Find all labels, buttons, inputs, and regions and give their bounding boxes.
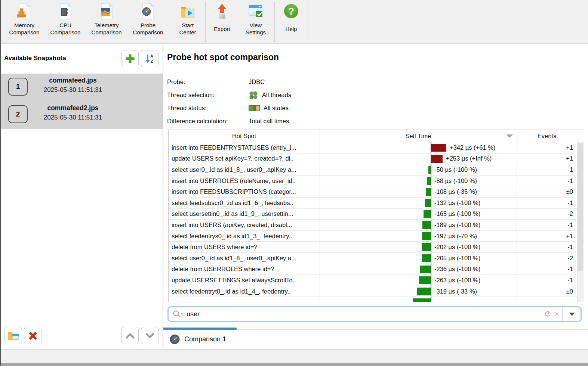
selftime-value: -165 µs (-100 %)	[434, 209, 480, 220]
remove-snapshot-button[interactable]	[24, 327, 41, 344]
search-input[interactable]	[184, 310, 542, 319]
wrap-search-icon[interactable]	[542, 310, 552, 319]
table-row[interactable]: insert into FEEDSUBSCRIPTIONS (categor..…	[169, 186, 584, 198]
scrollbar-thumb[interactable]	[578, 143, 583, 271]
events-cell: ±0	[517, 286, 577, 297]
snapshot-name: commafeed2.jps	[34, 104, 112, 112]
snapshot-item[interactable]: 2 commafeed2.jps 2025-05-30 11:51:31	[1, 101, 163, 129]
thread-status-icon	[249, 105, 260, 111]
open-folder-icon	[7, 330, 19, 341]
zero-axis	[431, 286, 431, 297]
column-header-hotspot[interactable]: Hot Spot	[169, 130, 320, 142]
move-down-button[interactable]	[141, 327, 158, 344]
cpu-comparison-button[interactable]: CPUComparison	[45, 0, 86, 43]
all-threads-icon	[249, 91, 258, 100]
selftime-bar	[428, 166, 431, 174]
snapshot-item[interactable]: 1 commafeed.jps 2025-05-30 11:51:31	[1, 74, 163, 101]
table-row[interactable]: select feedentryt0_.id as id1_4_, feeden…	[169, 286, 584, 297]
header-scroll-corner	[577, 130, 584, 142]
selftime-cell: -197 µs (-70 %)	[320, 231, 517, 242]
column-header-events[interactable]: Events	[517, 130, 577, 142]
selftime-cell: -189 µs (-100 %)	[320, 220, 517, 231]
events-cell: -1	[517, 164, 577, 176]
selftime-bar	[417, 288, 431, 295]
snapshot-date: 2025-05-30 11:51:31	[34, 86, 112, 94]
table-search-field: ×	[167, 306, 582, 322]
tab-bar-line	[237, 329, 588, 330]
start-center-button[interactable]: StartCenter	[171, 0, 204, 43]
selftime-bar	[422, 221, 431, 229]
table-scrollbar[interactable]	[577, 142, 584, 302]
selftime-bar	[413, 298, 431, 302]
telemetry-comparison-button[interactable]: TelemetryComparison	[86, 0, 127, 43]
table-row[interactable]: select user0_.id as id1_8_, user0_.apiKe…	[169, 253, 584, 264]
toolbar-separator	[205, 1, 206, 42]
selftime-value: -88 µs (-100 %)	[434, 176, 477, 186]
table-row-clipped[interactable]	[169, 297, 584, 302]
search-options-dropdown[interactable]	[566, 307, 578, 321]
table-row[interactable]: select feedsubscr0_.id as id1_6_, feedsu…	[169, 198, 584, 209]
column-header-selftime[interactable]: Self Time	[320, 130, 517, 142]
table-row[interactable]: update USERS set apiKey=?, created=?, di…	[169, 153, 584, 165]
toolbar-separator	[274, 1, 275, 42]
toolbar-button-label: TelemetryComparison	[92, 21, 122, 37]
hotspot-cell: update USERSETTINGS set alwaysScrollTo..	[169, 275, 320, 286]
events-cell: -2	[517, 209, 577, 220]
table-row[interactable]: select usersettin0_.id as id1_9_, userse…	[169, 209, 584, 220]
selftime-bar	[422, 243, 431, 251]
probe-comparison-button[interactable]: ProbeComparison	[127, 0, 169, 43]
table-header: Hot Spot Self Time Events	[169, 130, 584, 142]
selftime-cell: -263 µs (-100 %)	[320, 275, 517, 286]
status-bar	[1, 349, 588, 363]
hotspot-cell: update USERS set apiKey=?, created=?, di…	[169, 153, 320, 165]
help-button[interactable]: ? Help	[275, 0, 307, 43]
clear-search-icon[interactable]: ×	[555, 310, 559, 318]
page-title: Probe hot spot comparison	[167, 52, 279, 62]
zero-axis	[431, 164, 431, 175]
hotspot-cell: insert into FEEDSUBSCRIPTIONS (categor..…	[169, 186, 320, 198]
view-settings-button[interactable]: ViewSettings	[238, 0, 274, 43]
dropdown-arrow-icon	[569, 313, 575, 316]
open-snapshot-button[interactable]	[4, 327, 22, 344]
svg-text:A: A	[150, 54, 153, 58]
events-cell: -1	[517, 242, 577, 253]
add-snapshot-button[interactable]	[121, 50, 139, 67]
zero-axis	[431, 186, 431, 197]
tab-comparison-1[interactable]: Comparison 1	[163, 330, 226, 348]
table-row[interactable]: insert into USERROLES (roleName, user_id…	[169, 176, 584, 187]
snapshot-date: 2025-05-30 11:51:31	[34, 114, 112, 121]
search-icon	[172, 310, 184, 319]
sort-az-icon: A Z	[145, 53, 155, 64]
move-up-button[interactable]	[121, 327, 139, 344]
gauge-icon	[170, 334, 180, 344]
selftime-cell: +253 µs (+Inf %)	[320, 153, 517, 165]
selftime-cell: -88 µs (-100 %)	[320, 176, 517, 187]
memory-comparison-button[interactable]: MemoryComparison	[4, 0, 45, 43]
hotspot-cell: insert into USERS (apiKey, created, disa…	[169, 220, 320, 231]
toolbar: MemoryComparison CPUComparison	[1, 0, 588, 44]
svg-text:Z: Z	[150, 59, 153, 63]
toolbar-separator	[170, 1, 170, 42]
export-button[interactable]: Export	[206, 0, 238, 43]
table-row[interactable]: delete from USERS where id=? -202 µs (-1…	[169, 242, 584, 253]
selftime-bar	[424, 210, 431, 218]
selftime-value: +253 µs (+Inf %)	[446, 153, 492, 164]
snapshot-name: commafeed.jps	[34, 77, 112, 84]
table-row[interactable]: update USERSETTINGS set alwaysScrollTo..…	[169, 275, 584, 286]
snapshot-number-badge: 2	[8, 105, 28, 123]
table-row[interactable]: select feedentrys0_.id as id1_3_, feeden…	[169, 231, 584, 242]
table-row[interactable]: select user0_.id as id1_8_, user0_.apiKe…	[169, 164, 584, 176]
search-icon-area[interactable]	[169, 310, 184, 319]
hotspot-cell: insert into FEEDENTRYSTATUSES (entry_i..…	[169, 142, 320, 153]
comparison-main-panel: Probe hot spot comparison Probe: JDBC Th…	[163, 44, 588, 350]
selftime-cell: -205 µs (-100 %)	[320, 253, 517, 264]
sort-snapshots-button[interactable]: A Z	[141, 50, 158, 67]
table-row[interactable]: insert into FEEDENTRYSTATUSES (entry_i..…	[169, 142, 584, 153]
toolbar-button-label: Help	[286, 21, 297, 37]
sort-descending-icon	[506, 134, 513, 138]
hotspot-cell: insert into USERROLES (roleName, user_id…	[169, 176, 320, 187]
thread-status-label: Thread status:	[167, 105, 249, 112]
selftime-cell: -132 µs (-100 %)	[320, 198, 517, 209]
table-row[interactable]: delete from USERROLES where id=? -236 µs…	[169, 264, 584, 275]
table-row[interactable]: insert into USERS (apiKey, created, disa…	[169, 220, 584, 231]
